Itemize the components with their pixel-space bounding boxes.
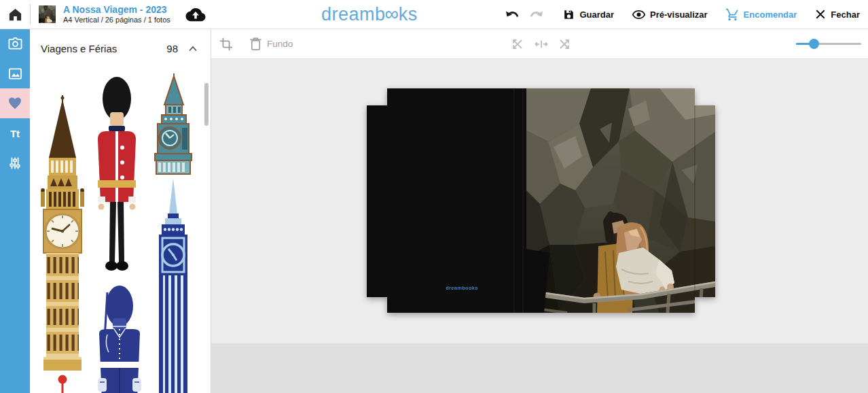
topbar: A Nossa Viagem - 2023 A4 Vertical / 26 p… bbox=[0, 0, 868, 29]
swap-diagonal-right-icon bbox=[558, 37, 573, 52]
cloud-sync-button[interactable] bbox=[184, 4, 207, 24]
heart-icon bbox=[7, 95, 23, 112]
tool-cliparts[interactable] bbox=[0, 88, 30, 118]
undo-button[interactable] bbox=[504, 7, 520, 22]
swap-diagonal-left-icon bbox=[509, 37, 524, 52]
order-label: Encomendar bbox=[744, 10, 797, 20]
move-right-page-button[interactable] bbox=[558, 29, 573, 58]
clipart-clock-tower-blue[interactable] bbox=[151, 178, 196, 393]
save-label: Guardar bbox=[579, 10, 614, 20]
redo-icon bbox=[528, 7, 545, 22]
front-cover-photo[interactable] bbox=[526, 88, 715, 313]
zoom-slider-thumb[interactable] bbox=[809, 39, 819, 49]
topbar-actions: Guardar Pré-visualizar Encomendar Fe bbox=[504, 0, 860, 29]
logo-prefix: dreamb bbox=[321, 4, 386, 25]
app-logo: dreamb∞ks bbox=[321, 3, 418, 26]
history-buttons bbox=[504, 7, 545, 22]
zoom-slider[interactable] bbox=[796, 43, 861, 45]
cloud-upload-icon bbox=[185, 6, 206, 22]
tool-photos[interactable] bbox=[0, 29, 30, 58]
tool-adjust[interactable] bbox=[0, 148, 30, 178]
background-label: Fundo bbox=[267, 39, 293, 49]
close-button[interactable]: Fechar bbox=[814, 8, 860, 20]
redo-button[interactable] bbox=[528, 7, 545, 22]
crop-button[interactable] bbox=[219, 29, 234, 58]
book-cover-spread[interactable]: dreambooks bbox=[367, 88, 715, 313]
cart-icon bbox=[725, 7, 740, 22]
clipart-category-count: 98 bbox=[166, 43, 178, 54]
eye-icon bbox=[632, 7, 646, 22]
tool-rail: Tt bbox=[0, 29, 30, 393]
text-icon: Tt bbox=[10, 128, 20, 139]
photobook-editor: A Nossa Viagem - 2023 A4 Vertical / 26 p… bbox=[0, 0, 868, 393]
background-button[interactable]: Fundo bbox=[249, 29, 293, 58]
tool-text[interactable]: Tt bbox=[0, 118, 30, 148]
project-title: A Nossa Viagem - 2023 bbox=[63, 4, 170, 15]
chevron-up-icon bbox=[187, 44, 198, 52]
home-icon bbox=[7, 7, 23, 22]
close-label: Fechar bbox=[831, 10, 860, 20]
project-meta: A4 Vertical / 26 páginas / 1 fotos bbox=[63, 16, 170, 24]
panel-scrollbar-thumb[interactable] bbox=[204, 83, 209, 126]
clipart-panel: Viagens e Férias 98 bbox=[30, 29, 211, 393]
clipart-category-label: Viagens e Férias bbox=[41, 43, 166, 54]
crop-icon bbox=[219, 37, 234, 52]
swap-pages-button[interactable] bbox=[534, 29, 549, 58]
trash-icon bbox=[249, 37, 262, 51]
clipart-big-ben-gold[interactable] bbox=[39, 95, 86, 371]
close-icon bbox=[814, 8, 827, 20]
tool-layouts[interactable] bbox=[0, 58, 30, 88]
undo-icon bbox=[504, 7, 520, 22]
swap-horizontal-icon bbox=[534, 37, 549, 52]
clipart-royal-guard-navy[interactable] bbox=[94, 286, 145, 393]
clipart-big-ben-teal[interactable] bbox=[149, 73, 197, 175]
save-button[interactable]: Guardar bbox=[562, 8, 614, 21]
image-icon bbox=[7, 66, 23, 82]
project-thumbnail bbox=[39, 5, 56, 23]
preview-label: Pré-visualizar bbox=[650, 10, 708, 20]
clipart-royal-guard-red[interactable] bbox=[95, 77, 139, 275]
clipart-category-header[interactable]: Viagens e Férias 98 bbox=[41, 38, 198, 58]
topbar-left: A Nossa Viagem - 2023 A4 Vertical / 26 p… bbox=[0, 0, 207, 29]
preview-button[interactable]: Pré-visualizar bbox=[632, 7, 708, 22]
filmstrip bbox=[211, 343, 868, 393]
project-info: A Nossa Viagem - 2023 A4 Vertical / 26 p… bbox=[63, 4, 170, 24]
save-icon bbox=[562, 8, 575, 21]
back-cover-brand: dreambooks bbox=[446, 285, 478, 291]
sliders-icon bbox=[7, 156, 22, 171]
canvas-toolbar: Fundo bbox=[211, 29, 868, 59]
camera-icon bbox=[7, 36, 23, 52]
logo-suffix: ks bbox=[399, 4, 418, 25]
move-left-page-button[interactable] bbox=[509, 29, 524, 58]
clipart-red-sign-pin[interactable] bbox=[57, 374, 68, 393]
home-button[interactable] bbox=[0, 0, 30, 29]
order-button[interactable]: Encomendar bbox=[725, 7, 797, 22]
logo-infinity-glyph: ∞ bbox=[385, 3, 399, 25]
topbar-divider bbox=[30, 4, 31, 24]
